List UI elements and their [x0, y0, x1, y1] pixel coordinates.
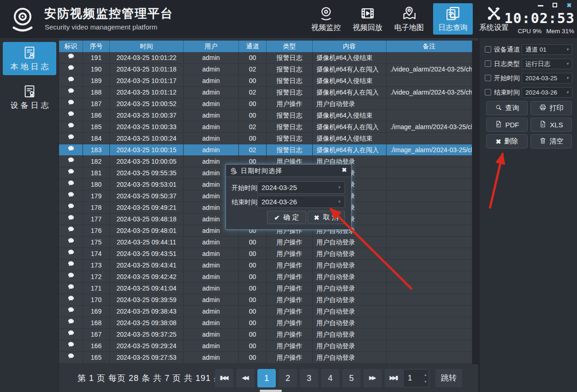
- spinner-down-icon[interactable]: ▼: [424, 380, 427, 383]
- cell-user: admin: [184, 75, 239, 86]
- table-row[interactable]: 1722024-03-25 09:42:42admin00用户操作用户自动登录: [59, 271, 472, 283]
- table-row[interactable]: 1712024-03-25 09:41:04admin00用户操作用户自动登录: [59, 283, 472, 294]
- page-jump-value: 1: [408, 369, 412, 387]
- column-header[interactable]: 时间: [110, 41, 184, 52]
- table-row[interactable]: 1662024-03-25 09:29:24admin00用户操作用户自动登录: [59, 340, 472, 352]
- previous-page-button[interactable]: ◀◀: [236, 369, 255, 387]
- comment-icon: [59, 133, 83, 144]
- close-button[interactable]: ✖: [565, 1, 573, 10]
- table-row[interactable]: 1842024-03-25 10:00:24admin00报警日志摄像机#64入…: [59, 133, 472, 144]
- comment-icon: [59, 202, 83, 213]
- cell-time: 2024-03-25 10:01:17: [110, 75, 184, 86]
- log-type-checkbox[interactable]: [485, 60, 491, 67]
- device-channel-select[interactable]: 通道 01▼: [522, 44, 572, 55]
- page-button-5[interactable]: 5: [342, 369, 361, 387]
- digital-clock: 10:02:53: [505, 10, 575, 26]
- cell-time: 2024-03-25 09:43:51: [110, 248, 184, 259]
- table-row[interactable]: 1832024-03-25 10:00:15admin02报警日志摄像机#64有…: [59, 144, 472, 156]
- dialog-close-icon[interactable]: ✖: [342, 166, 347, 173]
- cell-remark: [387, 167, 472, 178]
- cell-user: admin: [184, 352, 239, 363]
- cell-remark: [387, 237, 472, 248]
- pdf-button[interactable]: PDF: [486, 118, 528, 132]
- horizontal-scrollbar-thumb[interactable]: [260, 390, 282, 392]
- table-row[interactable]: 1882024-03-25 10:01:12admin02报警日志摄像机#64有…: [59, 87, 472, 98]
- end-time-select[interactable]: 2024-03-26▼: [522, 87, 572, 98]
- nav-item-log-query[interactable]: 日志查询: [433, 3, 473, 35]
- map-icon: [401, 6, 417, 21]
- page-button-3[interactable]: 3: [300, 369, 318, 387]
- cell-channel: 02: [239, 87, 267, 98]
- table-row[interactable]: 1852024-03-25 10:00:33admin02报警日志摄像机#64有…: [59, 121, 472, 133]
- print-button[interactable]: 打印: [530, 101, 572, 115]
- cell-user: admin: [184, 110, 239, 121]
- log-type-select[interactable]: 运行日志▼: [522, 59, 572, 69]
- device-channel-checkbox[interactable]: [485, 46, 491, 53]
- maximize-button[interactable]: [551, 1, 559, 10]
- first-page-button[interactable]: ▮◀◀: [215, 369, 233, 387]
- end-time-select[interactable]: 2024-03-26 ▼: [257, 196, 345, 208]
- last-page-button[interactable]: ▶▶▮: [385, 369, 403, 387]
- cell-channel: 00: [239, 133, 267, 144]
- table-row[interactable]: 1702024-03-25 09:39:59admin00用户操作用户自动登录: [59, 294, 472, 306]
- page-button-4[interactable]: 4: [321, 369, 339, 387]
- sidebar-item-device-log[interactable]: 设备日志: [3, 81, 56, 114]
- next-page-button[interactable]: ▶▶: [363, 369, 382, 387]
- cell-content: 用户自动登录: [313, 248, 387, 259]
- nav-item-video-playback[interactable]: 视频回放: [348, 3, 387, 35]
- comment-icon: [59, 225, 83, 236]
- cell-type: 用户操作: [267, 294, 313, 305]
- end-time-checkbox[interactable]: [485, 89, 491, 95]
- table-row[interactable]: 1682024-03-25 09:38:08admin00用户操作用户自动登录: [59, 317, 472, 329]
- cell-time: 2024-03-25 09:49:21: [110, 202, 184, 213]
- minimize-button[interactable]: [536, 1, 545, 10]
- table-row[interactable]: 1752024-03-25 09:44:11admin00用户操作用户自动登录: [59, 237, 472, 248]
- nav-item-e-map[interactable]: 电子地图: [389, 3, 429, 35]
- cell-content: 用户自动登录: [313, 317, 387, 328]
- filter-panel: 设备通道通道 01▼日志类型运行日志▼开始时间2024-03-25▼结束时间20…: [478, 38, 577, 392]
- confirm-button[interactable]: ✔ 确 定: [267, 211, 306, 224]
- cell-remark: [387, 133, 472, 144]
- start-time-select[interactable]: 2024-03-25 ▼: [257, 181, 345, 194]
- start-time-checkbox[interactable]: [485, 75, 491, 81]
- table-row[interactable]: 1902024-03-25 10:01:18admin02报警日志摄像机#64有…: [59, 64, 472, 75]
- cell-id: 173: [83, 260, 110, 271]
- table-row[interactable]: 1892024-03-25 10:01:17admin00报警日志摄像机#64入…: [59, 75, 472, 87]
- column-header[interactable]: 标识: [59, 41, 83, 52]
- table-row[interactable]: 1912024-03-25 10:01:22admin00报警日志摄像机#64入…: [59, 52, 472, 64]
- table-row[interactable]: 1652024-03-25 09:27:53admin00用户操作用户自动登录: [59, 352, 472, 363]
- clear-button[interactable]: 清空: [530, 134, 572, 148]
- page-button-2[interactable]: 2: [279, 369, 297, 387]
- table-row[interactable]: 1862024-03-25 10:00:37admin00报警日志摄像机#64入…: [59, 110, 472, 121]
- spinner-up-icon[interactable]: ▲: [424, 373, 427, 376]
- table-row[interactable]: 1672024-03-25 09:37:25admin00用户操作用户自动登录: [59, 329, 472, 340]
- column-header[interactable]: 内容: [313, 41, 387, 52]
- column-header[interactable]: 备注: [387, 41, 472, 52]
- table-row[interactable]: 1692024-03-25 09:38:43admin00用户操作用户自动登录: [59, 306, 472, 317]
- comment-icon: [59, 156, 83, 167]
- action-label: PDF: [506, 121, 519, 129]
- dialog-titlebar[interactable]: 日期时间选择 ✖: [226, 165, 351, 177]
- filter-row-log-type: 日志类型运行日志▼: [480, 59, 577, 70]
- column-header[interactable]: 类型: [267, 41, 313, 52]
- column-header[interactable]: 通道: [239, 41, 267, 52]
- nav-item-video-monitor[interactable]: 视频监控: [306, 3, 346, 35]
- delete-button[interactable]: ✖删除: [486, 134, 528, 148]
- start-time-select[interactable]: 2024-03-25▼: [522, 73, 572, 83]
- column-header[interactable]: 序号: [83, 41, 110, 52]
- table-row[interactable]: 1872024-03-25 10:00:52admin00用户操作用户自动登录: [59, 98, 472, 110]
- xls-button[interactable]: XLS: [530, 118, 572, 132]
- cell-channel: 00: [239, 52, 267, 63]
- query-button[interactable]: 查询: [486, 101, 528, 115]
- action-label: 清空: [550, 137, 564, 146]
- jump-button[interactable]: 跳转: [435, 369, 462, 387]
- cell-content: 摄像机#64有人在闯入: [313, 64, 387, 75]
- cancel-button[interactable]: ✖ 取 消: [308, 211, 345, 224]
- sidebar-item-local-log[interactable]: 本地日志: [3, 42, 56, 75]
- table-row[interactable]: 1732024-03-25 09:43:41admin00用户操作用户自动登录: [59, 260, 472, 271]
- table-scrollbar[interactable]: [472, 41, 478, 364]
- page-button-1[interactable]: 1: [257, 369, 276, 387]
- table-row[interactable]: 1742024-03-25 09:43:51admin00用户操作用户自动登录: [59, 248, 472, 260]
- page-jump-input[interactable]: 1 ▲ ▼: [403, 369, 429, 387]
- column-header[interactable]: 用户: [184, 41, 239, 52]
